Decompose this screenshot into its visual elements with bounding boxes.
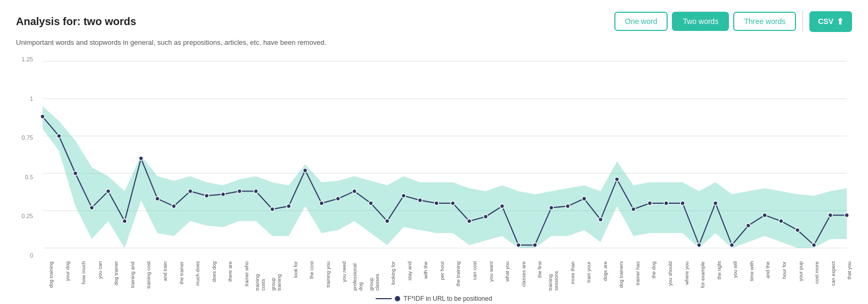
svg-point-50 [762,213,767,217]
x-axis-label: how much [70,261,86,291]
x-axis-label: does dog [200,261,217,291]
x-axis-label: your dog [54,261,70,291]
svg-point-23 [320,201,324,205]
svg-point-7 [57,134,61,138]
x-axis-label: and train [151,261,168,291]
svg-point-26 [369,201,373,205]
svg-point-11 [123,219,127,223]
x-axis-label: the training [444,261,461,291]
svg-point-20 [270,207,274,211]
svg-point-38 [566,204,570,209]
x-axis-label: the first [526,261,542,291]
x-axis-label: hour for [770,261,787,291]
three-words-button[interactable]: Three words [733,12,796,31]
x-axis-label: group training [265,261,282,291]
page-title: Analysis for: two words [16,15,136,28]
svg-point-49 [746,223,750,228]
legend-item: TF*IDF in URL to be positioned [376,295,492,302]
x-axis-label: more than [559,261,575,291]
x-axis-label: can expect [820,261,836,291]
svg-point-32 [467,219,472,223]
x-axis-label: for example [689,261,705,291]
y-axis-label: 0.75 [22,134,33,141]
page: Analysis for: two words One word Two wor… [0,0,868,304]
svg-point-29 [418,198,422,202]
svg-point-16 [205,194,209,198]
legend-label: TF*IDF in URL to be positioned [403,295,492,302]
y-axis-label: 0 [30,252,33,259]
svg-point-41 [615,177,619,181]
svg-point-37 [549,205,554,210]
subtitle-text: Unimportant words and stopwords in gener… [16,38,852,46]
x-axis-label: professional dog [347,261,363,291]
two-words-button[interactable]: Two words [672,12,729,31]
x-labels-container: dog trainingyour doghow muchyou candog t… [37,261,852,291]
svg-point-15 [188,189,192,194]
x-axis-label: you need [330,261,347,291]
x-axis-label: the cost [298,261,314,291]
x-axis-label: you can [86,261,103,291]
svg-point-43 [648,201,652,205]
svg-point-54 [828,213,832,217]
x-axis-label: looking for [379,261,396,291]
y-axis-label: 0.5 [25,174,33,180]
x-axis-label: the right [705,261,722,291]
svg-point-44 [664,201,668,205]
x-axis-label: look for [282,261,298,291]
x-axis-label: group classes [363,261,380,291]
x-axis-label: per hour [428,261,445,291]
svg-point-18 [238,189,242,194]
svg-point-14 [172,204,176,209]
svg-point-28 [402,194,406,198]
x-axis-label: stay and [396,261,412,291]
x-axis-label: trainer who [233,261,249,291]
svg-point-53 [812,243,816,247]
x-axis-label: time with [738,261,755,291]
x-axis-label: the trainer [168,261,184,291]
csv-button[interactable]: CSV ⬆ [809,11,852,32]
svg-point-10 [106,189,110,194]
svg-point-42 [631,207,636,211]
x-axis-label: training and [119,261,135,291]
x-axis-label: dog trainers [607,261,624,291]
x-axis-label: dog trainer [102,261,119,291]
chart-legend: TF*IDF in URL to be positioned [16,295,852,302]
legend-dot-symbol [395,296,400,301]
svg-point-45 [680,201,685,205]
x-axis-label: with the [412,261,428,291]
x-axis-label: the dog [640,261,656,291]
x-axis-label: you will [721,261,738,291]
svg-point-9 [90,205,94,210]
svg-point-33 [484,214,488,219]
svg-point-31 [451,201,455,205]
svg-point-8 [74,171,78,175]
page-header: Analysis for: two words One word Two wor… [16,11,852,32]
y-axis-label: 0.25 [22,213,33,219]
x-axis-label: classes are [510,261,526,291]
button-group: One word Two words Three words CSV ⬆ [614,11,852,32]
svg-point-13 [156,197,160,201]
svg-point-52 [796,228,800,232]
svg-point-19 [254,189,258,194]
x-axis-label: what you [493,261,510,291]
svg-point-34 [500,204,504,209]
x-axis-label: you should [656,261,673,291]
x-axis-label: your pup [787,261,804,291]
svg-point-6 [40,115,45,119]
chart-svg [37,56,852,259]
svg-point-22 [303,168,307,172]
svg-point-40 [598,218,603,222]
svg-point-51 [779,219,783,223]
y-axis-label: 1.25 [22,56,33,62]
svg-point-47 [713,201,718,205]
x-axis-label: that you [835,261,852,291]
svg-point-17 [221,192,225,196]
x-axis-label: train your [575,261,591,291]
x-axis-label: there are [216,261,233,291]
one-word-button[interactable]: One word [614,12,668,31]
y-axis: 1.2510.750.50.250 [16,56,37,259]
svg-point-39 [582,197,586,201]
svg-point-48 [730,243,734,247]
svg-point-36 [533,243,537,247]
svg-point-12 [139,156,143,161]
